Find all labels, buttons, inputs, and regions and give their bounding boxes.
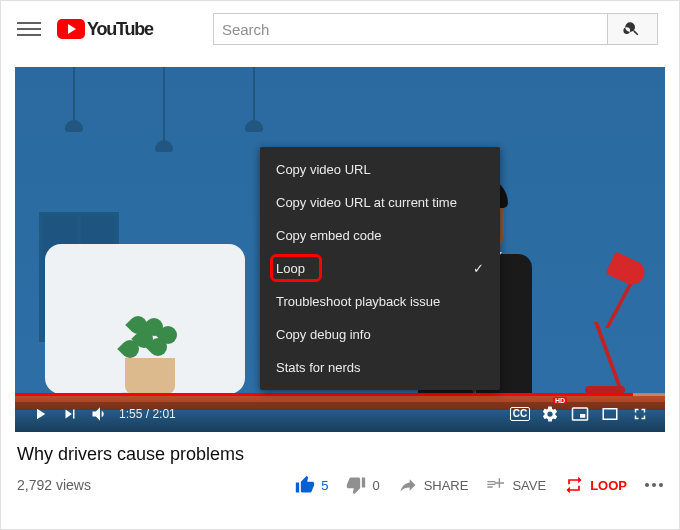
player-controls: 1:55 / 2:01 CC HD [15, 396, 665, 432]
volume-button[interactable] [85, 399, 115, 429]
ctx-copy-url-time[interactable]: Copy video URL at current time [260, 186, 500, 219]
playlist-add-icon [486, 475, 506, 495]
video-meta: Why drivers cause problems 2,792 views 5… [1, 432, 679, 495]
ctx-copy-debug[interactable]: Copy debug info [260, 318, 500, 351]
search-bar [213, 13, 658, 45]
ctx-copy-embed[interactable]: Copy embed code [260, 219, 500, 252]
ctx-stats[interactable]: Stats for nerds [260, 351, 500, 384]
logo-text: YouTube [87, 19, 153, 40]
check-icon: ✓ [473, 261, 484, 276]
loop-button[interactable]: LOOP [564, 475, 627, 495]
more-button[interactable] [645, 483, 663, 487]
hd-badge: HD [553, 397, 567, 404]
play-button[interactable] [25, 399, 55, 429]
captions-button[interactable]: CC [505, 399, 535, 429]
view-count: 2,792 views [17, 477, 91, 493]
play-icon [57, 19, 85, 39]
gear-icon [541, 405, 559, 423]
ctx-copy-url[interactable]: Copy video URL [260, 153, 500, 186]
like-button[interactable]: 5 [295, 475, 328, 495]
share-icon [398, 475, 418, 495]
search-button[interactable] [608, 13, 658, 45]
header: YouTube [1, 1, 679, 57]
thumbs-up-icon [295, 475, 315, 495]
share-button[interactable]: SHARE [398, 475, 469, 495]
video-player[interactable]: 1:55 / 2:01 CC HD Copy video URL Copy vi… [15, 67, 665, 432]
loop-icon [564, 475, 584, 495]
ctx-loop[interactable]: Loop ✓ [260, 252, 500, 285]
menu-icon[interactable] [17, 17, 41, 41]
search-icon [623, 20, 641, 38]
settings-button[interactable]: HD [535, 399, 565, 429]
theater-button[interactable] [595, 399, 625, 429]
save-button[interactable]: SAVE [486, 475, 546, 495]
thumbs-down-icon [346, 475, 366, 495]
ctx-troubleshoot[interactable]: Troubleshoot playback issue [260, 285, 500, 318]
next-button[interactable] [55, 399, 85, 429]
video-title: Why drivers cause problems [17, 444, 663, 465]
fullscreen-button[interactable] [625, 399, 655, 429]
miniplayer-button[interactable] [565, 399, 595, 429]
time-display: 1:55 / 2:01 [119, 407, 176, 421]
search-input[interactable] [213, 13, 608, 45]
action-bar: 5 0 SHARE SAVE LOOP [295, 475, 663, 495]
dislike-button[interactable]: 0 [346, 475, 379, 495]
youtube-logo[interactable]: YouTube [57, 19, 153, 40]
context-menu: Copy video URL Copy video URL at current… [260, 147, 500, 390]
